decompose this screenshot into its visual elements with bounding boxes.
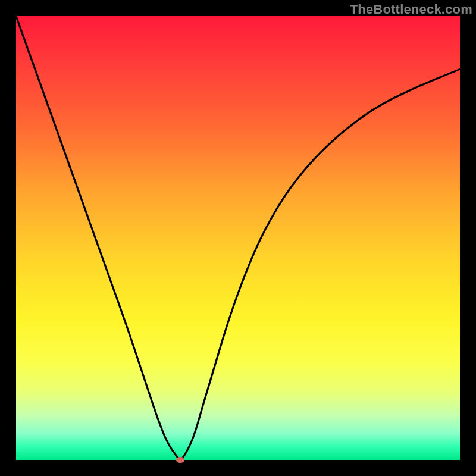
chart-frame: TheBottleneck.com — [0, 0, 476, 476]
curve-svg — [16, 16, 460, 460]
bottleneck-curve — [16, 16, 460, 459]
plot-area — [16, 16, 460, 460]
optimum-marker — [176, 457, 184, 463]
attribution-text: TheBottleneck.com — [350, 2, 472, 17]
